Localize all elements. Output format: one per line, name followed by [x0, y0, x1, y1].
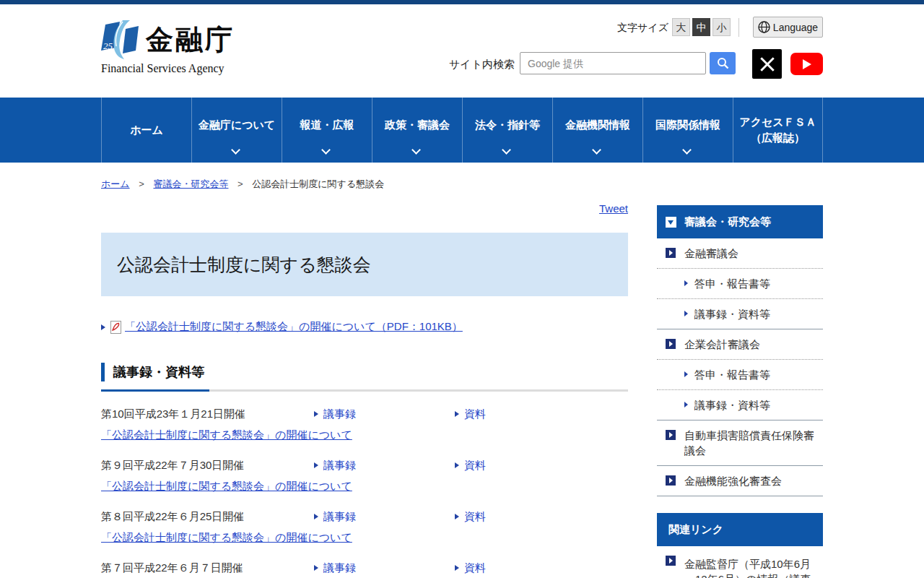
sidebar-item-reports[interactable]: 答申・報告書等 [657, 360, 823, 390]
nav-item-policy-councils[interactable]: 政策・審議会 [372, 98, 462, 163]
nav-item-label: 金融庁について [199, 117, 275, 134]
meeting-date: 第９回平成22年７月30日開催 [101, 459, 314, 473]
arrow-right-icon [684, 402, 688, 407]
nav-item-financial-institutions[interactable]: 金融機関情報 [552, 98, 642, 163]
search-icon [717, 57, 729, 69]
arrow-right-icon [684, 311, 688, 316]
sidebar-item-financial-council[interactable]: 金融審議会 [657, 238, 823, 269]
sidebar-related-header-label: 関連リンク [668, 523, 723, 537]
triangle-right-box-icon [666, 248, 676, 258]
nav-item-international[interactable]: 国際関係情報 [642, 98, 733, 163]
chevron-down-icon [682, 145, 692, 155]
arrow-right-icon [314, 411, 318, 417]
site-subtitle: Financial Services Agency [101, 62, 225, 75]
sidebar-item-label: 金融監督庁（平成10年6月～12年6月）の情報（議事要旨等） [684, 558, 811, 578]
meeting-group: 第８回平成22年６月25日開催 議事録 資料 「公認会計士制度に関する懇談会」の… [101, 507, 628, 545]
pdf-icon [110, 321, 121, 334]
meeting-row: 第７回平成22年６月７日開催 議事録 資料 [101, 558, 628, 577]
font-size-large-button[interactable]: 大 [672, 18, 690, 36]
minutes-cell: 議事録 [314, 561, 455, 575]
x-icon [759, 56, 775, 72]
nav-item-about[interactable]: 金融庁について [191, 98, 282, 163]
font-size-medium-button[interactable]: 中 [692, 18, 710, 36]
materials-link[interactable]: 資料 [464, 510, 486, 524]
arrow-right-icon [314, 565, 318, 571]
meeting-notice-link[interactable]: 「公認会計士制度に関する懇談会」の開催について [101, 531, 352, 543]
sidebar-item-label: 自動車損害賠償責任保険審議会 [684, 429, 814, 457]
tweet-link[interactable]: Tweet [599, 202, 628, 215]
arrow-right-icon [314, 462, 318, 468]
sidebar-item-label: 企業会計審議会 [684, 338, 760, 350]
sidebar-item-accounting-council[interactable]: 企業会計審議会 [657, 329, 823, 360]
materials-link[interactable]: 資料 [464, 561, 486, 575]
materials-cell: 資料 [455, 510, 596, 524]
nav-item-laws[interactable]: 法令・指針等 [462, 98, 552, 163]
meeting-notice-link[interactable]: 「公認会計士制度に関する懇談会」の開催について [101, 428, 352, 441]
sidebar: 審議会・研究会等 金融審議会 答申・報告書等 議事録・資料等 企業会計審議会 答… [657, 205, 823, 578]
nav-item-home[interactable]: ホーム [101, 98, 191, 163]
meeting-group: 第９回平成22年７月30日開催 議事録 資料 「公認会計士制度に関する懇談会」の… [101, 456, 628, 493]
meeting-list: 第10回平成23年１月21日開催 議事録 資料 「公認会計士制度に関する懇談会」… [101, 405, 628, 578]
header-divider [738, 18, 739, 37]
chevron-down-icon [231, 145, 240, 155]
minutes-link[interactable]: 議事録 [323, 407, 356, 421]
arrow-right-icon [314, 514, 318, 519]
minutes-cell: 議事録 [314, 510, 455, 524]
sidebar-item-label: 議事録・資料等 [694, 399, 770, 411]
minutes-link[interactable]: 議事録 [323, 510, 356, 524]
main-content: Tweet 公認会計士制度に関する懇談会 「公認会計士制度に関する懇談会」の開催… [101, 199, 628, 578]
minutes-cell: 議事録 [314, 459, 455, 473]
search-button[interactable] [710, 52, 736, 74]
triangle-right-box-icon [666, 430, 676, 440]
minutes-link[interactable]: 議事録 [323, 561, 356, 575]
global-nav: ホーム 金融庁について 報道・広報 政策・審議会 法令・指針等 金融機関情報 [0, 98, 924, 163]
youtube-social-button[interactable] [790, 53, 823, 75]
materials-link[interactable]: 資料 [464, 459, 486, 473]
sidebar-header-councils[interactable]: 審議会・研究会等 [657, 205, 823, 238]
materials-link[interactable]: 資料 [464, 407, 486, 421]
breadcrumb-current: 公認会計士制度に関する懇談会 [252, 178, 384, 189]
sidebar-related-links-header: 関連リンク [657, 513, 823, 546]
nav-item-press[interactable]: 報道・広報 [282, 98, 372, 163]
nav-item-label: 国際関係情報 [655, 117, 720, 134]
breadcrumb-councils-link[interactable]: 審議会・研究会等 [153, 178, 228, 189]
pdf-link-row: 「公認会計士制度に関する懇談会」の開催について（PDF：101KB） [101, 320, 628, 334]
site-header: 25 金融庁 Financial Services Agency 文字サイズ 大… [0, 4, 924, 98]
svg-text:25: 25 [103, 40, 113, 51]
sidebar-item-label: 答申・報告書等 [694, 277, 770, 290]
sidebar-item-auto-insurance-council[interactable]: 自動車損害賠償責任保険審議会 [657, 420, 823, 466]
meeting-row: 第10回平成23年１月21日開催 議事録 資料 [101, 405, 628, 423]
font-size-small-button[interactable]: 小 [712, 18, 731, 36]
triangle-right-box-icon [666, 475, 676, 486]
breadcrumb-separator: > [237, 178, 243, 189]
site-search-input[interactable] [520, 52, 706, 74]
meeting-row: 第８回平成22年６月25日開催 議事録 資料 [101, 507, 628, 526]
nav-item-access-fsa[interactable]: アクセスＦＳＡ （広報誌） [733, 98, 823, 163]
sidebar-item-minutes[interactable]: 議事録・資料等 [657, 299, 823, 329]
meeting-date: 第10回平成23年１月21日開催 [101, 407, 314, 421]
chevron-down-icon [502, 145, 511, 155]
section-title: 議事録・資料等 [101, 363, 628, 381]
nav-item-label-line2: （広報誌） [751, 130, 805, 147]
sidebar-item-strengthening-council[interactable]: 金融機能強化審査会 [657, 466, 823, 496]
arrow-right-icon [684, 371, 688, 377]
nav-item-label: 金融機関情報 [565, 117, 630, 134]
nav-item-label: 法令・指針等 [475, 117, 540, 134]
x-social-button[interactable] [752, 49, 782, 79]
breadcrumb-home-link[interactable]: ホーム [101, 178, 130, 189]
nav-item-label: 政策・審議会 [385, 117, 450, 134]
fsa-logo[interactable]: 25 金融庁 Financial Services Agency [101, 14, 296, 81]
minutes-link[interactable]: 議事録 [323, 459, 356, 473]
breadcrumb: ホーム > 審議会・研究会等 > 公認会計士制度に関する懇談会 [101, 178, 384, 191]
sidebar-item-reports[interactable]: 答申・報告書等 [657, 269, 823, 299]
sidebar-item-fsa-supervisory-agency[interactable]: 金融監督庁（平成10年6月～12年6月）の情報（議事要旨等） [657, 546, 823, 578]
chevron-down-icon [592, 145, 601, 155]
meeting-notice: 「公認会計士制度に関する懇談会」の開催について [101, 480, 628, 493]
materials-cell: 資料 [455, 459, 596, 473]
font-size-label: 文字サイズ [617, 22, 668, 35]
triangle-down-box-icon [666, 217, 676, 228]
language-button[interactable]: Language [753, 17, 823, 38]
meeting-notice-link[interactable]: 「公認会計士制度に関する懇談会」の開催について [101, 480, 352, 492]
pdf-link[interactable]: 「公認会計士制度に関する懇談会」の開催について（PDF：101KB） [125, 320, 463, 334]
sidebar-item-minutes[interactable]: 議事録・資料等 [657, 390, 823, 420]
